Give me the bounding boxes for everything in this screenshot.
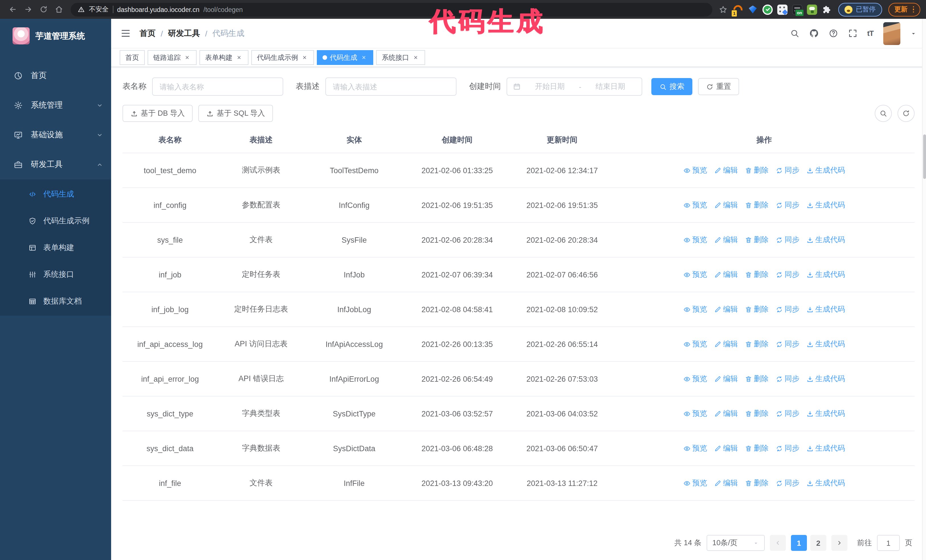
action-generate-code[interactable]: 生成代码	[806, 374, 845, 384]
action-delete[interactable]: 删除	[745, 235, 769, 245]
action-preview[interactable]: 预览	[683, 478, 707, 488]
action-sync[interactable]: 同步	[776, 200, 799, 210]
action-preview[interactable]: 预览	[683, 165, 707, 175]
action-sync[interactable]: 同步	[776, 165, 799, 175]
home-button[interactable]	[52, 3, 65, 16]
action-preview[interactable]: 预览	[683, 304, 707, 314]
address-bar[interactable]: 不安全 dashboard.yudao.iocoder.cn/tool/code…	[71, 3, 712, 16]
sidebar-item-infra[interactable]: 基础设施	[0, 120, 111, 150]
tab-close-icon[interactable]: ×	[360, 54, 368, 61]
action-sync[interactable]: 同步	[776, 443, 799, 453]
action-edit[interactable]: 编辑	[714, 339, 738, 349]
fullscreen-icon[interactable]	[848, 29, 857, 38]
tab-close-icon[interactable]: ×	[235, 54, 243, 61]
action-generate-code[interactable]: 生成代码	[806, 165, 845, 175]
github-icon[interactable]	[809, 29, 819, 38]
create-time-range-picker[interactable]: 开始日期 - 结束日期	[507, 77, 642, 96]
action-delete[interactable]: 删除	[745, 269, 769, 280]
avatar[interactable]	[883, 22, 900, 45]
action-sync[interactable]: 同步	[776, 374, 799, 384]
goto-page-input[interactable]	[877, 535, 900, 551]
tab-close-icon[interactable]: ×	[301, 54, 308, 61]
orange-c-extension-icon[interactable]: 1	[733, 4, 743, 15]
action-generate-code[interactable]: 生成代码	[806, 269, 845, 280]
page-size-select[interactable]: 10条/页	[707, 535, 765, 551]
action-edit[interactable]: 编辑	[714, 443, 738, 453]
tab-2[interactable]: 表单构建×	[200, 50, 248, 65]
action-delete[interactable]: 删除	[745, 478, 769, 488]
page-button-1[interactable]: 1	[791, 535, 807, 551]
action-preview[interactable]: 预览	[683, 339, 707, 349]
action-edit[interactable]: 编辑	[714, 165, 738, 175]
tab-5[interactable]: 系统接口×	[376, 50, 425, 65]
green-bot-extension-icon[interactable]	[807, 4, 817, 15]
search-icon[interactable]	[790, 29, 799, 38]
action-sync[interactable]: 同步	[776, 409, 799, 419]
action-delete[interactable]: 删除	[745, 339, 769, 349]
action-generate-code[interactable]: 生成代码	[806, 443, 845, 453]
action-edit[interactable]: 编辑	[714, 304, 738, 314]
search-button[interactable]: 搜索	[651, 78, 692, 95]
apps-grid-extension-icon[interactable]	[777, 4, 788, 15]
action-preview[interactable]: 预览	[683, 200, 707, 210]
action-generate-code[interactable]: 生成代码	[806, 235, 845, 245]
sidebar-item-devtools[interactable]: 研发工具	[0, 150, 111, 180]
action-edit[interactable]: 编辑	[714, 235, 738, 245]
blue-gem-extension-icon[interactable]	[747, 4, 758, 15]
action-edit[interactable]: 编辑	[714, 478, 738, 488]
action-delete[interactable]: 删除	[745, 409, 769, 419]
tab-0[interactable]: 首页	[120, 50, 145, 65]
sidebar-item-db-doc[interactable]: 数据库文档	[0, 288, 111, 314]
tab-3[interactable]: 代码生成示例×	[251, 50, 314, 65]
update-button[interactable]: 更新	[888, 3, 920, 16]
action-preview[interactable]: 预览	[683, 235, 707, 245]
action-edit[interactable]: 编辑	[714, 269, 738, 280]
dark-panel-extension-icon[interactable]: on	[792, 4, 802, 15]
more-menu-icon[interactable]	[912, 6, 914, 13]
back-button[interactable]	[6, 3, 20, 16]
action-delete[interactable]: 删除	[745, 304, 769, 314]
action-generate-code[interactable]: 生成代码	[806, 200, 845, 210]
tab-close-icon[interactable]: ×	[183, 54, 191, 61]
action-delete[interactable]: 删除	[745, 443, 769, 453]
next-page-button[interactable]	[831, 535, 847, 551]
action-preview[interactable]: 预览	[683, 409, 707, 419]
green-check-extension-icon[interactable]	[763, 4, 773, 15]
action-sync[interactable]: 同步	[776, 235, 799, 245]
action-generate-code[interactable]: 生成代码	[806, 304, 845, 314]
action-generate-code[interactable]: 生成代码	[806, 409, 845, 419]
breadcrumb-item[interactable]: 首页	[139, 28, 156, 38]
refresh-table-button[interactable]	[897, 105, 915, 122]
chevron-down-icon[interactable]	[910, 30, 917, 37]
action-generate-code[interactable]: 生成代码	[806, 339, 845, 349]
sidebar-item-form-builder[interactable]: 表单构建	[0, 234, 111, 261]
help-icon[interactable]	[828, 29, 838, 38]
sidebar-item-codegen[interactable]: 代码生成	[0, 181, 111, 207]
tab-4[interactable]: 代码生成×	[317, 50, 373, 65]
sidebar-item-system-api[interactable]: 系统接口	[0, 261, 111, 288]
breadcrumb-item[interactable]: 研发工具	[168, 28, 200, 38]
toggle-search-button[interactable]	[875, 105, 892, 122]
tab-1[interactable]: 链路追踪×	[148, 50, 197, 65]
sidebar-item-system[interactable]: 系统管理	[0, 91, 111, 120]
action-sync[interactable]: 同步	[776, 339, 799, 349]
action-delete[interactable]: 删除	[745, 165, 769, 175]
table-desc-input[interactable]	[325, 77, 457, 96]
sidebar-item-codegen-example[interactable]: 代码生成示例	[0, 207, 111, 234]
bookmark-star-icon[interactable]	[719, 5, 728, 14]
reset-button[interactable]: 重置	[698, 78, 739, 95]
action-delete[interactable]: 删除	[745, 200, 769, 210]
action-generate-code[interactable]: 生成代码	[806, 478, 845, 488]
action-delete[interactable]: 删除	[745, 374, 769, 384]
font-size-icon[interactable]: tT	[867, 29, 873, 38]
action-preview[interactable]: 预览	[683, 374, 707, 384]
import-from-db-button[interactable]: 基于 DB 导入	[123, 105, 193, 122]
tab-close-icon[interactable]: ×	[412, 54, 419, 61]
table-name-input[interactable]	[152, 77, 283, 96]
prev-page-button[interactable]	[770, 535, 786, 551]
paused-badge[interactable]: 已暂停	[838, 3, 882, 16]
puzzle-extension-icon[interactable]	[822, 4, 832, 15]
page-button-2[interactable]: 2	[810, 535, 826, 551]
action-sync[interactable]: 同步	[776, 269, 799, 280]
action-preview[interactable]: 预览	[683, 443, 707, 453]
